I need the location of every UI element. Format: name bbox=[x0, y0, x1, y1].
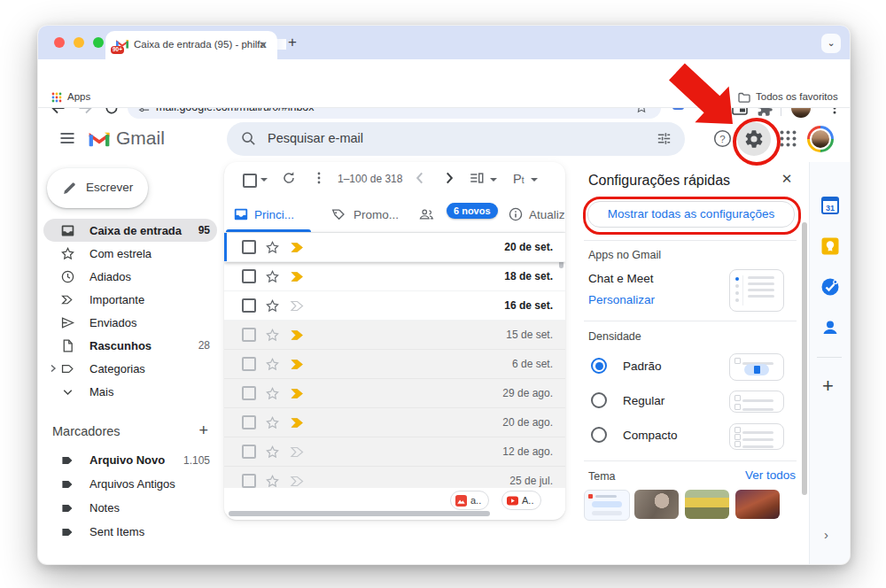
email-row[interactable]: 20 de set. bbox=[224, 233, 565, 262]
more-options-kebab-icon[interactable] bbox=[311, 170, 327, 186]
sidebar-item-importante[interactable]: Importante bbox=[43, 288, 217, 311]
customize-link[interactable]: Personalizar bbox=[588, 293, 655, 306]
attachment-chip[interactable]: A.. bbox=[501, 491, 541, 510]
row-checkbox[interactable] bbox=[242, 357, 256, 371]
contacts-icon[interactable] bbox=[820, 318, 840, 337]
split-pane-dropdown-icon[interactable] bbox=[490, 178, 497, 182]
importance-marker-icon[interactable] bbox=[290, 240, 305, 255]
density-option-padrao[interactable]: Padrão bbox=[584, 355, 726, 376]
attachment-chip[interactable]: a.. bbox=[450, 491, 489, 510]
tab-search-chevron-icon[interactable]: ⌄ bbox=[821, 34, 841, 53]
sidebar-item-adiados[interactable]: Adiados bbox=[43, 265, 217, 288]
sidebar-item-mais[interactable]: Mais bbox=[43, 380, 217, 403]
bookmark-apps[interactable]: Apps bbox=[67, 91, 90, 102]
search-options-icon[interactable] bbox=[656, 130, 672, 147]
apps-grid-icon[interactable] bbox=[51, 92, 62, 103]
radio-icon[interactable] bbox=[591, 392, 607, 408]
star-icon[interactable] bbox=[265, 415, 280, 430]
star-icon[interactable] bbox=[265, 474, 280, 489]
account-avatar-ring[interactable] bbox=[807, 126, 834, 152]
star-icon[interactable] bbox=[265, 269, 280, 284]
importance-marker-icon[interactable] bbox=[290, 328, 305, 343]
search-icon[interactable] bbox=[240, 130, 257, 147]
hamburger-menu-icon[interactable] bbox=[58, 129, 76, 147]
email-row[interactable]: 16 de set. bbox=[224, 291, 565, 321]
gmail-logo-icon[interactable] bbox=[88, 130, 111, 148]
search-bar[interactable]: Pesquisar e-mail bbox=[227, 122, 685, 156]
close-window-button[interactable] bbox=[54, 37, 65, 48]
google-apps-grid-icon[interactable] bbox=[779, 129, 797, 148]
newer-page-chevron-icon[interactable] bbox=[441, 170, 457, 186]
row-checkbox[interactable] bbox=[242, 415, 256, 429]
importance-marker-icon[interactable] bbox=[290, 415, 305, 430]
maximize-window-button[interactable] bbox=[93, 37, 104, 48]
tab-updates[interactable]: Atualiz bbox=[529, 208, 565, 221]
tab-promotions[interactable]: Promo... bbox=[354, 208, 399, 221]
sidebar-label-arquivo-novo[interactable]: Arquivo Novo1.105 bbox=[43, 448, 217, 472]
sidebar-label-notes[interactable]: Notes bbox=[43, 496, 217, 520]
sidebar-label-sent-items[interactable]: Sent Items bbox=[43, 520, 217, 544]
sidebar-item-caixa-de-entrada[interactable]: Caixa de entrada95 bbox=[43, 219, 217, 242]
compose-button[interactable]: Escrever bbox=[47, 168, 148, 208]
sidebar-item-enviados[interactable]: Enviados bbox=[43, 311, 217, 334]
row-checkbox[interactable] bbox=[242, 240, 256, 254]
theme-thumb-canyon-photo[interactable] bbox=[735, 490, 780, 519]
importance-marker-icon[interactable] bbox=[290, 357, 305, 372]
importance-marker-icon[interactable] bbox=[290, 386, 305, 401]
importance-marker-icon[interactable] bbox=[290, 474, 305, 489]
browser-tab[interactable]: 90+ Caixa de entrada (95) - philfa ✕ bbox=[105, 31, 277, 59]
star-icon[interactable] bbox=[265, 240, 280, 255]
radio-icon[interactable] bbox=[591, 427, 607, 443]
bookmark-all-favorites[interactable]: Todos os favoritos bbox=[756, 91, 838, 102]
horizontal-scrollbar[interactable] bbox=[229, 511, 490, 516]
star-icon[interactable] bbox=[265, 328, 280, 343]
star-icon[interactable] bbox=[265, 445, 280, 460]
row-checkbox[interactable] bbox=[242, 474, 256, 488]
email-row[interactable]: 15 de set. bbox=[224, 321, 565, 350]
email-row[interactable]: 12 de ago. bbox=[224, 437, 565, 467]
email-row[interactable]: 18 de set. bbox=[224, 262, 565, 291]
importance-marker-icon[interactable] bbox=[290, 298, 305, 313]
add-addon-icon[interactable]: + bbox=[822, 375, 834, 398]
star-icon[interactable] bbox=[265, 357, 280, 372]
search-input[interactable]: Pesquisar e-mail bbox=[268, 131, 363, 145]
sidebar-item-com-estrela[interactable]: Com estrela bbox=[43, 242, 217, 265]
select-dropdown-icon[interactable] bbox=[260, 178, 268, 182]
keep-icon[interactable] bbox=[820, 236, 840, 256]
split-pane-icon[interactable] bbox=[469, 170, 485, 186]
theme-thumb-monkey-photo[interactable] bbox=[634, 490, 679, 519]
star-icon[interactable] bbox=[265, 298, 280, 313]
sidebar-item-categorias[interactable]: Categorias bbox=[43, 357, 217, 380]
input-tools-button[interactable]: Pt bbox=[513, 172, 524, 186]
help-icon[interactable]: ? bbox=[712, 128, 733, 149]
expander-chevron-icon[interactable] bbox=[49, 364, 58, 373]
tab-primary[interactable]: Princi... bbox=[254, 208, 294, 221]
email-row[interactable]: 20 de ago. bbox=[224, 408, 565, 437]
density-thumb-regular[interactable] bbox=[729, 391, 784, 413]
tasks-icon[interactable] bbox=[820, 277, 840, 297]
see-all-themes-link[interactable]: Ver todos bbox=[745, 468, 796, 482]
star-icon[interactable] bbox=[265, 386, 280, 401]
add-label-icon[interactable]: + bbox=[198, 422, 208, 440]
row-checkbox[interactable] bbox=[242, 386, 256, 400]
sidebar-label-arquivos-antigos[interactable]: Arquivos Antigos bbox=[43, 472, 217, 496]
older-page-chevron-icon[interactable] bbox=[412, 170, 428, 186]
row-checkbox[interactable] bbox=[242, 298, 256, 313]
radio-icon[interactable] bbox=[591, 358, 607, 374]
theme-thumb-street-photo[interactable] bbox=[685, 490, 729, 519]
calendar-icon[interactable]: 31 bbox=[820, 196, 840, 215]
new-tab-button[interactable]: + bbox=[284, 35, 300, 50]
close-icon[interactable]: ✕ bbox=[779, 171, 795, 187]
density-thumb-default[interactable] bbox=[729, 353, 784, 381]
sidebar-item-rascunhos[interactable]: Rascunhos28 bbox=[43, 334, 217, 357]
refresh-icon[interactable] bbox=[281, 170, 297, 186]
input-tools-dropdown-icon[interactable] bbox=[531, 178, 538, 182]
density-thumb-compact[interactable] bbox=[729, 423, 784, 450]
minimize-window-button[interactable] bbox=[74, 37, 84, 48]
email-row[interactable]: 29 de ago. bbox=[224, 379, 565, 408]
settings-scrollbar[interactable] bbox=[802, 222, 807, 495]
tab-close-icon[interactable]: ✕ bbox=[256, 38, 270, 52]
row-checkbox[interactable] bbox=[242, 445, 256, 459]
importance-marker-icon[interactable] bbox=[290, 445, 305, 460]
row-checkbox[interactable] bbox=[242, 269, 256, 283]
